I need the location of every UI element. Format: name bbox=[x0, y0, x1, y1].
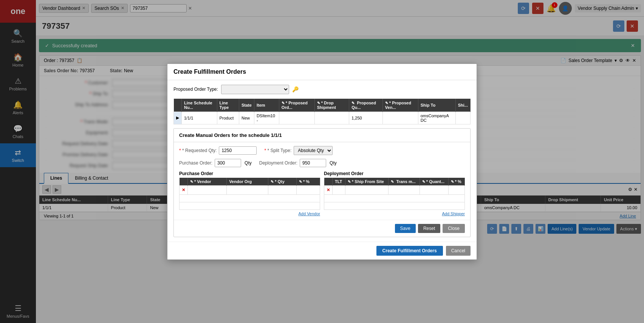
deployment-order-qty: Qty bbox=[330, 160, 337, 166]
po-empty-row-2 bbox=[180, 202, 320, 210]
do-col-ship-from: ✎* Ship From Site bbox=[345, 178, 388, 186]
inner-modal: Create Manual Orders for the schedule 1/… bbox=[173, 128, 471, 237]
add-vendor-link[interactable]: Add Vendor bbox=[179, 211, 320, 216]
purchase-order-label: Purchase Order: bbox=[179, 160, 212, 166]
outer-col-ship: Shi... bbox=[455, 99, 470, 112]
po-vendor-org-cell bbox=[227, 185, 268, 194]
po-vendor-cell bbox=[188, 185, 227, 194]
outer-cell-proposed-qty: 1,250 bbox=[349, 112, 383, 124]
outer-cell-ship bbox=[455, 112, 470, 124]
outer-col-select bbox=[174, 99, 182, 112]
outer-cell-line-schedule: 1/1/1 bbox=[182, 112, 217, 124]
po-empty-row bbox=[180, 194, 320, 202]
outer-table: Line Schedule Nu... Line Type State Item… bbox=[173, 99, 471, 124]
do-empty-row bbox=[324, 194, 465, 202]
fulfillment-modal-header: Create Fulfillment Orders bbox=[167, 64, 477, 80]
deployment-order-table: TLT ✎* Ship From Site ✎ Trans m... ✎* Qu… bbox=[324, 178, 465, 210]
outer-cell-proposed-ord bbox=[279, 112, 314, 124]
split-type-field: * Split Type: Absolute Qty Percentage bbox=[264, 146, 333, 155]
inner-modal-body: * Requested Qty: * Split Type: Absolute … bbox=[174, 142, 470, 220]
do-del-cell: ✕ bbox=[324, 185, 333, 194]
outer-cell-item: DSItem10 - bbox=[254, 112, 279, 124]
do-col-qty: ✎* Quant... bbox=[420, 178, 448, 186]
outer-col-item: Item bbox=[254, 99, 279, 112]
reset-button[interactable]: Reset bbox=[418, 224, 440, 233]
po-col-vendor-org: Vendor Org bbox=[227, 178, 268, 186]
do-col-del bbox=[324, 178, 333, 186]
outer-col-ship-to: Ship To bbox=[418, 99, 455, 112]
split-type-select[interactable]: Absolute Qty Percentage bbox=[294, 146, 333, 155]
purchase-order-table-container: Purchase Order ✎* Vendor Vendor Org ✎* Q… bbox=[179, 171, 320, 216]
do-pct-cell bbox=[448, 185, 464, 194]
po-col-pct: ✎* % bbox=[297, 178, 320, 186]
cancel-button[interactable]: Cancel bbox=[446, 246, 471, 256]
proposed-order-type-select[interactable] bbox=[221, 85, 289, 94]
save-button[interactable]: Save bbox=[395, 224, 416, 233]
do-empty-row-2 bbox=[324, 202, 465, 210]
requested-qty-label: * Requested Qty: bbox=[179, 148, 217, 153]
po-col-qty: ✎* Qty bbox=[268, 178, 297, 186]
sub-tables-row: Purchase Order ✎* Vendor Vendor Org ✎* Q… bbox=[179, 171, 465, 216]
delete-row-icon[interactable]: ✕ bbox=[182, 188, 185, 192]
delete-do-row-icon[interactable]: ✕ bbox=[327, 188, 330, 192]
proposed-type-label: Proposed Order Type: bbox=[173, 87, 218, 92]
inner-modal-footer: Save Reset Close bbox=[174, 220, 470, 237]
outer-col-proposed-ven: ✎* Proposed Ven... bbox=[382, 99, 418, 112]
outer-col-proposed-qty: ✎ Proposed Qu... bbox=[349, 99, 383, 112]
form-row-1: * Requested Qty: * Split Type: Absolute … bbox=[179, 146, 465, 155]
do-col-trans: ✎ Trans m... bbox=[389, 178, 420, 186]
do-table-row[interactable]: ✕ bbox=[324, 185, 465, 194]
inner-modal-header: Create Manual Orders for the schedule 1/… bbox=[174, 129, 470, 142]
deployment-order-input[interactable] bbox=[300, 159, 326, 167]
do-tlt-cell bbox=[333, 185, 345, 194]
deployment-order-field: Deployment Order: Qty bbox=[259, 159, 337, 167]
form-row-2: Purchase Order: Qty Deployment Order: Qt… bbox=[179, 159, 465, 167]
outer-col-proposed-ord: ✎* Proposed Ord... bbox=[279, 99, 314, 112]
requested-qty-input[interactable] bbox=[219, 146, 257, 155]
create-fulfillment-orders-button[interactable]: Create Fulfillment Orders bbox=[376, 246, 443, 256]
deployment-order-section-title: Deployment Order bbox=[324, 171, 465, 176]
key-icon: 🔑 bbox=[292, 86, 299, 92]
do-ship-from-cell bbox=[345, 185, 388, 194]
do-qty-cell bbox=[420, 185, 448, 194]
fulfillment-modal-body: Proposed Order Type: 🔑 Line Schedule Nu.… bbox=[167, 80, 477, 242]
deployment-order-table-container: Deployment Order TLT ✎* Ship From Site ✎… bbox=[324, 171, 465, 216]
split-type-label: * Split Type: bbox=[264, 148, 291, 153]
po-qty-cell bbox=[268, 185, 297, 194]
proposed-order-type-row: Proposed Order Type: 🔑 bbox=[173, 85, 471, 94]
po-col-vendor: ✎* Vendor bbox=[188, 178, 227, 186]
outer-cell-select: ▶ bbox=[174, 112, 182, 124]
outer-col-drop: ✎* Drop Shipment bbox=[314, 99, 349, 112]
inner-modal-title: Create Manual Orders for the schedule 1/… bbox=[179, 132, 282, 138]
close-inner-modal-button[interactable]: Close bbox=[443, 224, 465, 233]
outer-cell-ship-to: omsCompanyA DC bbox=[418, 112, 455, 124]
purchase-order-input[interactable] bbox=[215, 159, 241, 167]
purchase-order-field: Purchase Order: Qty bbox=[179, 159, 252, 167]
po-del-cell: ✕ bbox=[180, 185, 188, 194]
outer-cell-proposed-ven bbox=[382, 112, 418, 124]
outer-cell-drop bbox=[314, 112, 349, 124]
purchase-order-table: ✎* Vendor Vendor Org ✎* Qty ✎* % ✕ bbox=[179, 178, 320, 210]
do-trans-cell bbox=[389, 185, 420, 194]
outer-cell-line-type: Product bbox=[217, 112, 239, 124]
outer-col-line-type: Line Type bbox=[217, 99, 239, 112]
requested-qty-field: * Requested Qty: bbox=[179, 146, 257, 155]
outer-col-line-schedule: Line Schedule Nu... bbox=[182, 99, 217, 112]
deployment-order-label: Deployment Order: bbox=[259, 160, 297, 166]
outer-col-state: State bbox=[239, 99, 254, 112]
po-pct-cell bbox=[297, 185, 320, 194]
po-table-row[interactable]: ✕ bbox=[180, 185, 320, 194]
outer-table-row[interactable]: ▶ 1/1/1 Product New DSItem10 - 1,250 oms… bbox=[174, 112, 471, 124]
fulfillment-modal-title: Create Fulfillment Orders bbox=[173, 68, 246, 75]
add-shipper-link[interactable]: Add Shipper bbox=[324, 211, 465, 216]
purchase-order-qty: Qty bbox=[245, 160, 252, 166]
outer-cell-state: New bbox=[239, 112, 254, 124]
po-col-del bbox=[180, 178, 188, 186]
fulfillment-modal-footer: Create Fulfillment Orders Cancel bbox=[167, 242, 477, 259]
overlay: Create Fulfillment Orders Proposed Order… bbox=[0, 0, 644, 323]
do-col-pct: ✎* % bbox=[448, 178, 464, 186]
fulfillment-modal: Create Fulfillment Orders Proposed Order… bbox=[167, 64, 477, 260]
do-col-tlt: TLT bbox=[333, 178, 345, 186]
purchase-order-section-title: Purchase Order bbox=[179, 171, 320, 176]
